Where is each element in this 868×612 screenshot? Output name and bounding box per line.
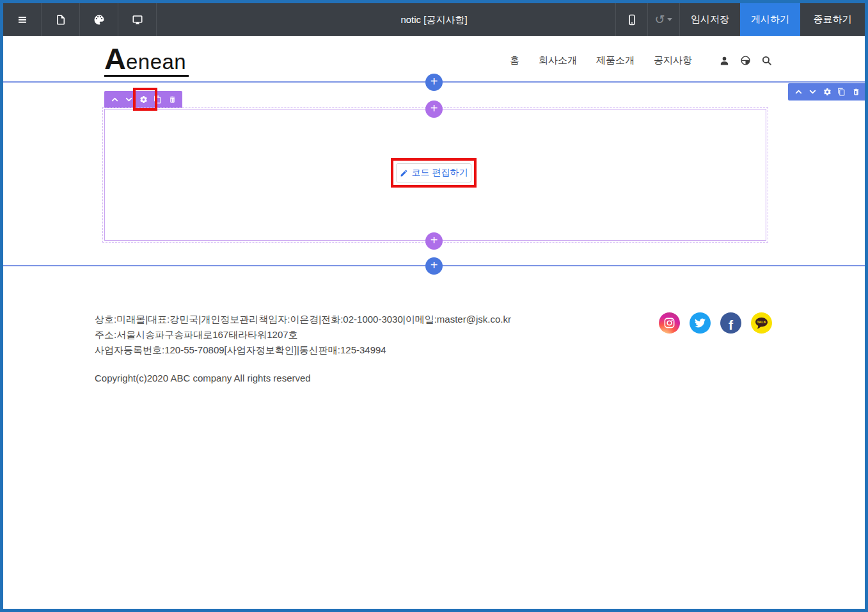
palette-icon xyxy=(93,14,105,26)
footer-info-line: 상호:미래몰|대표:강민국|개인정보관리책임자:이은경|전화:02-1000-3… xyxy=(95,312,511,327)
page-document-icon xyxy=(55,14,67,26)
section-settings-button[interactable] xyxy=(823,88,832,96)
twitter-bird-icon xyxy=(695,318,706,328)
kakao-talk-label: TALK xyxy=(757,320,766,324)
undo-caret-icon xyxy=(667,18,672,21)
editor-window: notic [공지사항] ↺ 임시저장 게시하기 종료하기 Aenean 홈 회… xyxy=(0,0,868,612)
mobile-view-button[interactable] xyxy=(615,3,647,36)
instagram-icon xyxy=(663,317,675,329)
code-edit-label: 코드 편집하기 xyxy=(412,167,468,179)
gear-icon xyxy=(823,88,832,96)
add-section-button-bottom[interactable]: + xyxy=(425,257,443,275)
chevron-up-icon xyxy=(794,88,803,96)
delete-section-button[interactable] xyxy=(852,88,860,96)
twitter-link[interactable] xyxy=(690,312,711,334)
widget-duplicate-button[interactable] xyxy=(154,95,162,104)
social-links: f TALK xyxy=(659,312,772,334)
nav-item-home[interactable]: 홈 xyxy=(510,54,519,67)
widget-move-down-button[interactable] xyxy=(125,95,133,104)
copy-icon xyxy=(837,88,846,96)
globe-icon xyxy=(740,55,751,66)
add-section-button-top[interactable]: + xyxy=(425,74,443,91)
facebook-icon: f xyxy=(729,318,733,332)
toolbar-left-group xyxy=(3,3,157,36)
hamburger-menu-icon xyxy=(17,14,28,26)
add-widget-button-bottom[interactable]: + xyxy=(425,232,443,250)
facebook-link[interactable]: f xyxy=(720,312,741,334)
add-widget-button-top[interactable]: + xyxy=(425,101,443,118)
nav-item-products[interactable]: 제품소개 xyxy=(596,54,635,67)
duplicate-section-button[interactable] xyxy=(837,88,846,96)
kakaotalk-icon: TALK xyxy=(751,312,772,334)
account-button[interactable] xyxy=(719,55,730,66)
exit-button[interactable]: 종료하기 xyxy=(800,3,865,36)
footer-info-line: 사업자등록번호:120-55-70809[사업자정보확인]|통신판매:125-3… xyxy=(95,342,511,358)
undo-icon: ↺ xyxy=(655,13,665,26)
desktop-view-button[interactable] xyxy=(118,3,157,36)
temp-save-button[interactable]: 임시저장 xyxy=(679,3,740,36)
pencil-icon xyxy=(400,169,408,177)
chevron-up-icon xyxy=(111,95,119,104)
kakaotalk-link[interactable]: TALK xyxy=(751,312,772,334)
menu-button[interactable] xyxy=(3,3,42,36)
widget-move-up-button[interactable] xyxy=(111,95,119,104)
gear-icon xyxy=(139,95,148,104)
chevron-down-icon xyxy=(125,95,133,104)
editor-toolbar: notic [공지사항] ↺ 임시저장 게시하기 종료하기 xyxy=(3,3,865,36)
toolbar-right-group: ↺ 임시저장 게시하기 종료하기 xyxy=(615,3,865,36)
language-button[interactable] xyxy=(740,55,751,66)
page-title: notic [공지사항] xyxy=(400,3,467,36)
site-nav: 홈 회사소개 제품소개 공지사항 xyxy=(510,54,772,67)
nav-item-notice[interactable]: 공지사항 xyxy=(654,54,692,67)
trash-icon xyxy=(168,95,177,104)
instagram-link[interactable] xyxy=(659,312,680,334)
logo-initial: A xyxy=(104,45,126,72)
person-icon xyxy=(719,55,730,66)
undo-button[interactable]: ↺ xyxy=(647,3,679,36)
smartphone-icon xyxy=(626,14,638,26)
section-toolbar-blue xyxy=(788,83,866,101)
widget-settings-button[interactable] xyxy=(139,95,148,104)
pages-button[interactable] xyxy=(42,3,80,36)
move-down-button[interactable] xyxy=(809,88,817,96)
logo-text: enean xyxy=(126,50,186,74)
chevron-down-icon xyxy=(809,88,817,96)
footer-business-info: 상호:미래몰|대표:강민국|개인정보관리책임자:이은경|전화:02-1000-3… xyxy=(95,312,511,358)
copy-icon xyxy=(154,95,162,104)
theme-button[interactable] xyxy=(80,3,118,36)
widget-toolbar-purple xyxy=(104,91,182,108)
publish-button[interactable]: 게시하기 xyxy=(740,3,800,36)
search-button[interactable] xyxy=(761,55,772,66)
site-logo[interactable]: Aenean xyxy=(104,45,189,77)
footer-info-line: 주소:서울시송파구송파대로167태라타워1207호 xyxy=(95,327,511,342)
nav-item-about[interactable]: 회사소개 xyxy=(539,54,577,67)
code-edit-button[interactable]: 코드 편집하기 xyxy=(396,163,471,182)
search-icon xyxy=(761,55,772,66)
move-up-button[interactable] xyxy=(794,88,803,96)
widget-delete-button[interactable] xyxy=(168,95,177,104)
footer-copyright: Copyright(c)2020 ABC company All rights … xyxy=(95,373,311,383)
nav-icon-group xyxy=(719,55,772,66)
trash-icon xyxy=(852,88,860,96)
monitor-icon xyxy=(132,14,143,26)
